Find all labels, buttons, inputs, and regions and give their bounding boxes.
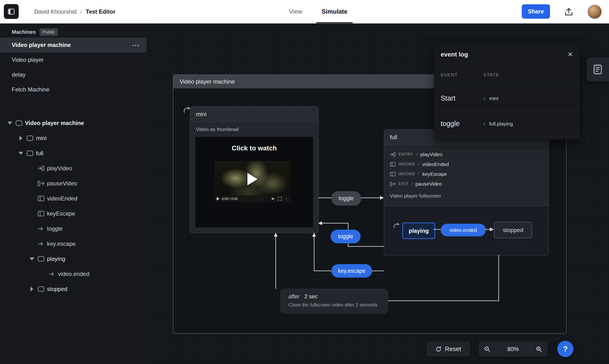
tab-view[interactable]: View — [289, 0, 302, 23]
video-controls: 0:00 / 0:05 ⋮ — [214, 195, 291, 202]
sidebar-toggle-button[interactable] — [4, 4, 19, 19]
machine-item-delay[interactable]: delay — [0, 67, 147, 82]
action-row-exit-pausevideo[interactable]: EXIT / pauseVideo — [390, 179, 548, 189]
machine-item-video-player-machine[interactable]: Video player machine ⋯ — [0, 38, 147, 52]
tree-item-key-escape[interactable]: key.escape — [0, 236, 147, 251]
tree-item-playing[interactable]: playing — [0, 251, 147, 266]
chevron-down-icon[interactable] — [6, 119, 14, 127]
tree-item-stopped[interactable]: stopped — [0, 281, 147, 297]
event-log-header[interactable]: event log ✕ — [434, 45, 580, 65]
transition-arrow-icon — [37, 241, 45, 247]
tab-simulate[interactable]: Simulate — [321, 0, 347, 23]
invoke-icon — [390, 171, 396, 177]
transition-video-ended[interactable]: video.ended — [441, 224, 486, 236]
transition-arrow-icon — [48, 271, 56, 277]
action-row-invoke-videoended[interactable]: INVOKE / videoEnded — [390, 159, 548, 169]
transition-arrow-icon — [37, 226, 45, 232]
state-node-mini-description: Video as thumbnail — [190, 122, 318, 132]
after-keyword: after — [289, 293, 299, 299]
machines-header: Machines Public — [0, 26, 147, 38]
transition-after-2sec[interactable]: after 2 sec Close the fullscreen video a… — [280, 289, 388, 313]
machine-item-video-player[interactable]: Video player — [0, 52, 147, 67]
sidebar: Machines Public Video player machine ⋯ V… — [0, 23, 147, 364]
action-list: ENTRY / playVideo INVOKE / videoEnded IN… — [384, 145, 548, 189]
log-panel-tab[interactable] — [586, 57, 609, 81]
video-play-icon[interactable] — [217, 197, 219, 200]
refresh-icon — [435, 346, 442, 352]
close-icon[interactable]: ✕ — [567, 51, 573, 58]
state-icon — [37, 256, 45, 262]
zoom-out-icon — [484, 346, 491, 352]
event-log-panel: event log ✕ EVENT STATE Start › mini tog… — [434, 45, 580, 140]
tree-item-toggle[interactable]: toggle — [0, 221, 147, 236]
chevron-right-icon: › — [483, 120, 485, 127]
chevron-down-icon[interactable] — [28, 255, 36, 262]
event-log-title: event log — [441, 51, 468, 58]
state-node-full-description: Video player fullscreen — [384, 189, 548, 199]
state-node-full[interactable]: full ENTRY / playVideo INVOKE / videoEnd… — [384, 129, 549, 256]
machine-title: Video player machine — [180, 78, 235, 85]
tree-item-videoended[interactable]: videoEnded — [0, 191, 147, 206]
zoom-in-icon — [536, 346, 542, 352]
state-node-full-title: full — [390, 134, 397, 141]
state-node-mini[interactable]: mini Video as thumbnail Click to watch 0… — [190, 106, 319, 233]
action-row-entry-playvideo[interactable]: ENTRY / playVideo — [390, 149, 548, 159]
transition-toggle-mini-to-full[interactable]: toggle — [331, 191, 361, 206]
entry-action-icon — [390, 152, 396, 157]
export-button[interactable] — [562, 6, 575, 18]
tree-item-video-player-machine[interactable]: Video player machine — [0, 116, 147, 130]
chevron-down-icon[interactable] — [17, 150, 25, 157]
help-button[interactable]: ? — [557, 341, 573, 357]
zoom-controls: 80% — [479, 341, 548, 357]
after-note: Close the fullscreen video after 2 secon… — [289, 302, 380, 308]
fullscreen-icon[interactable] — [278, 197, 282, 201]
invoke-icon — [37, 195, 45, 202]
share-button[interactable]: Share — [522, 4, 550, 19]
tree-item-playvideo[interactable]: playVideo — [0, 161, 147, 176]
tree-item-video-ended[interactable]: video.ended — [0, 266, 147, 281]
breadcrumb-user[interactable]: David Khourshid — [34, 8, 76, 15]
reset-button[interactable]: Reset — [427, 341, 470, 357]
exit-action-icon — [37, 180, 45, 187]
video-menu-icon[interactable]: ⋮ — [284, 197, 288, 201]
machine-item-label: Video player machine — [12, 42, 71, 48]
state-node-mini-title: mini — [196, 111, 207, 117]
transition-key-escape[interactable]: key.escape — [331, 264, 372, 278]
play-button[interactable] — [248, 173, 258, 185]
breadcrumb-project[interactable]: Test Editor — [86, 8, 116, 15]
transition-toggle-full-to-mini[interactable]: toggle — [331, 230, 360, 243]
zoom-out-button[interactable] — [479, 341, 496, 357]
state-icon — [26, 135, 34, 141]
after-time: 2 sec — [304, 293, 318, 299]
state-tree: Video player machine mini full playVideo… — [0, 116, 147, 297]
video-panel: Click to watch 0:00 / 0:05 ⋮ — [195, 137, 313, 228]
machine-item-fetch-machine[interactable]: Fetch Machine — [0, 82, 147, 97]
action-row-invoke-keyescape[interactable]: INVOKE / keyEscape — [390, 169, 548, 179]
more-menu-icon[interactable]: ⋯ — [132, 41, 139, 49]
volume-icon[interactable] — [271, 197, 275, 201]
tree-item-full[interactable]: full — [0, 146, 147, 161]
state-node-playing[interactable]: playing — [402, 222, 435, 239]
chevron-right-icon[interactable] — [28, 286, 36, 293]
upload-icon — [564, 7, 573, 16]
event-log-row: toggle › full.playing — [434, 111, 580, 136]
avatar[interactable] — [588, 5, 602, 19]
event-name: toggle — [441, 120, 483, 128]
state-node-stopped[interactable]: stopped — [494, 222, 532, 238]
reset-label: Reset — [445, 345, 461, 353]
video-thumbnail[interactable]: 0:00 / 0:05 ⋮ — [214, 161, 291, 202]
event-log-columns: EVENT STATE — [434, 65, 580, 86]
tree-item-mini[interactable]: mini — [0, 130, 147, 146]
sidebar-icon — [8, 8, 15, 15]
tree-item-keyescape[interactable]: keyEscape — [0, 206, 147, 221]
initial-state-icon — [392, 222, 400, 230]
zoom-in-button[interactable] — [531, 341, 548, 357]
mode-tabs: View Simulate — [289, 0, 347, 23]
state-node-mini-header[interactable]: mini — [190, 106, 318, 122]
event-name: Start — [441, 94, 483, 102]
chevron-right-icon[interactable] — [17, 135, 25, 142]
tree-item-pausevideo[interactable]: pauseVideo — [0, 176, 147, 191]
machine-item-label: Fetch Machine — [12, 86, 49, 93]
sidebar-divider — [0, 104, 147, 104]
public-badge: Public — [40, 28, 58, 36]
